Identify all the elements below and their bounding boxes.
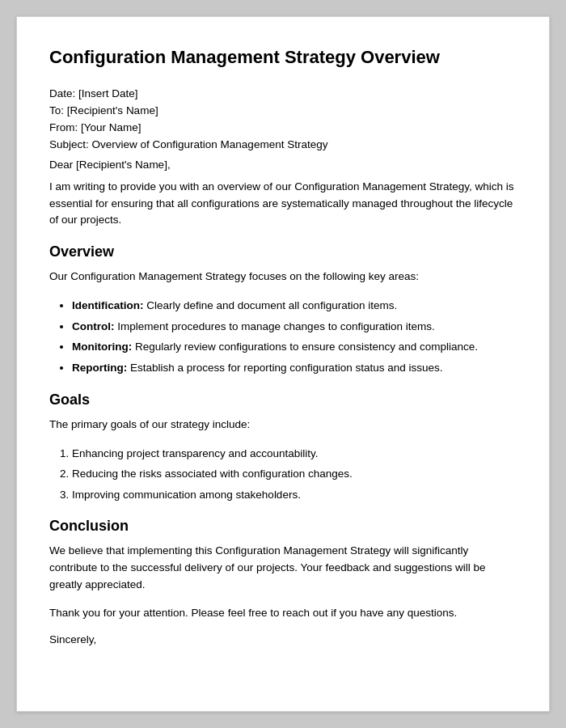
subject-label: Subject: — [49, 138, 92, 150]
list-item: Enhancing project transparency and accou… — [72, 445, 517, 463]
item-text: Regularly review configurations to ensur… — [132, 341, 478, 353]
document: Configuration Management Strategy Overvi… — [16, 16, 550, 712]
section-heading-goals: Goals — [49, 392, 517, 408]
item-text: Clearly define and document all configur… — [144, 299, 398, 311]
to-label: To: — [49, 104, 67, 116]
item-text: Implement procedures to manage changes t… — [114, 320, 434, 332]
to-value: [Recipient's Name] — [67, 104, 158, 116]
date-label: Date: — [49, 87, 78, 99]
item-text: Reducing the risks associated with confi… — [72, 468, 353, 480]
salutation: Dear [Recipient's Name], — [49, 159, 517, 171]
subject-line: Subject: Overview of Configuration Manag… — [49, 138, 517, 150]
item-bold: Identification: — [72, 299, 144, 311]
date-value: [Insert Date] — [78, 87, 138, 99]
intro-paragraph: I am writing to provide you with an over… — [49, 179, 517, 230]
item-text: Enhancing project transparency and accou… — [72, 447, 318, 459]
from-value: [Your Name] — [81, 121, 142, 133]
item-bold: Control: — [72, 320, 114, 332]
list-item: Monitoring: Regularly review configurati… — [72, 338, 517, 356]
overview-list: Identification: Clearly define and docum… — [72, 297, 517, 376]
sincerely: Sincerely, — [49, 633, 517, 645]
goals-intro: The primary goals of our strategy includ… — [49, 417, 517, 434]
item-text: Improving communication among stakeholde… — [72, 489, 301, 501]
item-bold: Reporting: — [72, 362, 127, 374]
list-item: Improving communication among stakeholde… — [72, 486, 517, 504]
subject-value: Overview of Configuration Management Str… — [92, 138, 328, 150]
list-item: Reporting: Establish a process for repor… — [72, 359, 517, 377]
date-line: Date: [Insert Date] — [49, 87, 517, 99]
conclusion-body1: We believe that implementing this Config… — [49, 543, 517, 594]
from-line: From: [Your Name] — [49, 121, 517, 133]
from-label: From: — [49, 121, 81, 133]
list-item: Reducing the risks associated with confi… — [72, 465, 517, 483]
conclusion-body2: Thank you for your attention. Please fee… — [49, 605, 517, 622]
goals-list: Enhancing project transparency and accou… — [72, 445, 517, 504]
item-text: Establish a process for reporting config… — [127, 362, 442, 374]
overview-intro: Our Configuration Management Strategy fo… — [49, 269, 517, 286]
to-line: To: [Recipient's Name] — [49, 104, 517, 116]
list-item: Identification: Clearly define and docum… — [72, 297, 517, 315]
list-item: Control: Implement procedures to manage … — [72, 318, 517, 336]
document-title: Configuration Management Strategy Overvi… — [49, 46, 517, 70]
section-heading-conclusion: Conclusion — [49, 518, 517, 535]
section-heading-overview: Overview — [49, 243, 517, 260]
item-bold: Monitoring: — [72, 341, 132, 353]
